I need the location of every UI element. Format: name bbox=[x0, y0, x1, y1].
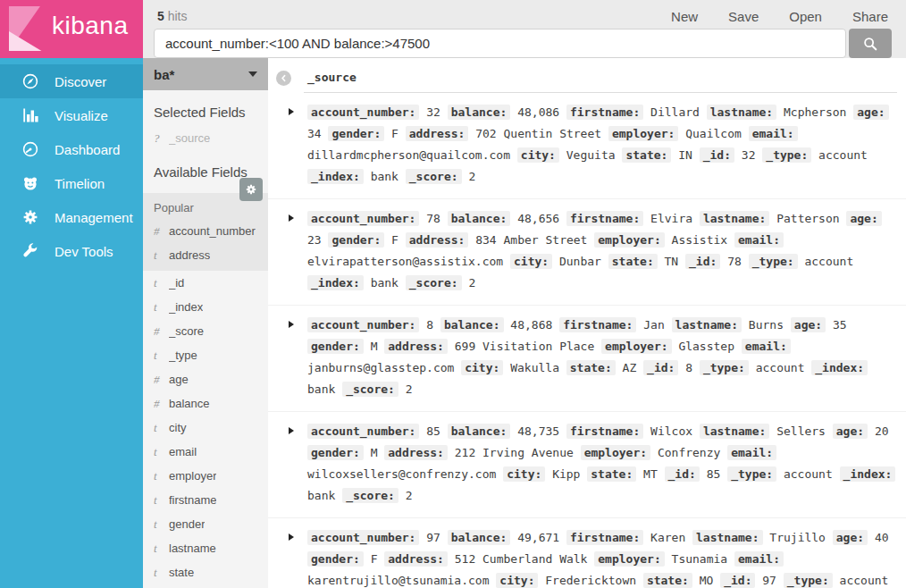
field-chip: gender: bbox=[307, 551, 364, 567]
field-type-icon: t bbox=[154, 517, 169, 532]
share-button[interactable]: Share bbox=[852, 9, 888, 24]
open-button[interactable]: Open bbox=[789, 9, 822, 24]
expand-caret-icon[interactable] bbox=[289, 321, 294, 328]
index-pattern-selector[interactable]: ba* bbox=[143, 58, 268, 90]
field-email[interactable]: t email bbox=[143, 440, 268, 464]
expand-caret-icon[interactable] bbox=[289, 533, 294, 541]
collapse-sidebar-button[interactable] bbox=[276, 71, 291, 86]
field-chip: _score: bbox=[342, 382, 398, 397]
field-chip: firstname: bbox=[566, 211, 643, 226]
field-value: Dunbar bbox=[559, 255, 601, 268]
field-chip: city: bbox=[510, 254, 552, 269]
field-type-icon: t bbox=[154, 300, 169, 315]
field-chip: _type: bbox=[700, 360, 749, 375]
field-_index[interactable]: t _index bbox=[143, 295, 268, 319]
field-chip: state: bbox=[643, 573, 692, 588]
field-address[interactable]: t address bbox=[143, 243, 268, 267]
field-value: 2 bbox=[468, 276, 475, 290]
popular-fields-section: Popular # account_number t address bbox=[143, 193, 268, 271]
field-name-label: lastname bbox=[169, 542, 216, 555]
sidebar-item-dev-tools[interactable]: Dev Tools bbox=[0, 234, 143, 268]
field-lastname[interactable]: t lastname bbox=[143, 536, 268, 560]
field-chip: account_number: bbox=[307, 530, 419, 545]
field-gender[interactable]: t gender bbox=[143, 512, 268, 536]
document-row: account_number: 8 balance: 48,868 firstn… bbox=[268, 306, 906, 412]
field-chip: address: bbox=[384, 445, 448, 460]
field-name-label: email bbox=[169, 445, 197, 458]
field-type-icon: t bbox=[154, 566, 169, 580]
new-button[interactable]: New bbox=[671, 9, 698, 24]
field-chip: gender: bbox=[307, 339, 364, 354]
field-chip: employer: bbox=[594, 232, 664, 248]
field-value: 78 bbox=[727, 255, 742, 268]
field-value: AZ bbox=[623, 361, 637, 374]
sidebar-item-visualize[interactable]: Visualize bbox=[0, 98, 143, 132]
results-panel: _source account_number: 32 balance: 48,0… bbox=[268, 58, 906, 588]
sidebar-item-dashboard[interactable]: Dashboard bbox=[0, 132, 143, 166]
field-value: 48,656 bbox=[517, 212, 559, 225]
document-row: account_number: 32 balance: 48,086 first… bbox=[268, 93, 906, 199]
field-chip: account_number: bbox=[307, 317, 419, 332]
field-settings-button[interactable] bbox=[239, 178, 263, 201]
field-value: 32 bbox=[742, 148, 756, 162]
field-value: 40 bbox=[875, 531, 889, 544]
field-chip: _id: bbox=[665, 466, 700, 482]
field-chip: gender: bbox=[307, 445, 364, 460]
field-chip: lastname: bbox=[672, 317, 742, 332]
field-name-label: city bbox=[169, 421, 187, 434]
field-chip: city: bbox=[461, 360, 503, 375]
expand-caret-icon[interactable] bbox=[289, 427, 294, 434]
search-button[interactable] bbox=[849, 29, 892, 58]
field-firstname[interactable]: t firstname bbox=[143, 488, 268, 512]
field-chip: lastname: bbox=[700, 211, 769, 226]
field-chip: age: bbox=[791, 317, 826, 332]
field-chip: lastname: bbox=[692, 530, 762, 545]
field-chip: address: bbox=[406, 232, 469, 248]
field-value: Mcpherson bbox=[784, 105, 846, 119]
field-_score[interactable]: # _score bbox=[143, 319, 268, 343]
search-input[interactable] bbox=[154, 29, 846, 58]
field-name-label: address bbox=[169, 248, 210, 262]
field-chip: _index: bbox=[840, 466, 896, 482]
field-_type[interactable]: t _type bbox=[143, 343, 268, 367]
sidebar-item-timelion[interactable]: Timelion bbox=[0, 166, 143, 200]
field-chip: _score: bbox=[406, 275, 462, 290]
field-chip: _index: bbox=[307, 275, 364, 290]
field-value: bank bbox=[371, 276, 398, 290]
field-value: 49,671 bbox=[517, 531, 559, 544]
field-balance[interactable]: # balance bbox=[143, 391, 268, 416]
field-value: account bbox=[804, 255, 853, 268]
compass-icon bbox=[21, 72, 39, 90]
field-type-icon: # bbox=[154, 373, 169, 387]
field-_source[interactable]: ? _source bbox=[143, 126, 268, 150]
field-value: 2 bbox=[406, 382, 413, 396]
field-chip: _id: bbox=[643, 360, 678, 375]
field-chip: _index: bbox=[811, 360, 868, 375]
save-button[interactable]: Save bbox=[728, 9, 759, 24]
field-value: Glasstep bbox=[678, 340, 734, 353]
field-account_number[interactable]: # account_number bbox=[143, 219, 268, 243]
sidebar-item-management[interactable]: Management bbox=[0, 200, 143, 234]
field-name-label: _source bbox=[169, 131, 210, 145]
field-type-icon: t bbox=[154, 542, 169, 556]
field-chip: account_number: bbox=[307, 211, 419, 226]
field-value: 97 bbox=[426, 531, 440, 544]
field-employer[interactable]: t employer bbox=[143, 464, 268, 488]
field-state[interactable]: t state bbox=[143, 560, 268, 584]
document-row: account_number: 85 balance: 48,735 first… bbox=[268, 412, 906, 518]
expand-caret-icon[interactable] bbox=[289, 108, 294, 115]
field-value: dillardmcpherson@quailcom.com bbox=[307, 148, 510, 162]
wrench-icon bbox=[21, 242, 39, 260]
field-_id[interactable]: t _id bbox=[143, 271, 268, 295]
field-age[interactable]: # age bbox=[143, 367, 268, 391]
field-city[interactable]: t city bbox=[143, 416, 268, 440]
field-chip: address: bbox=[384, 339, 448, 354]
expand-caret-icon[interactable] bbox=[289, 214, 294, 222]
timelion-icon bbox=[21, 174, 39, 192]
field-chip: _score: bbox=[406, 169, 462, 184]
field-value: Wilcox bbox=[650, 424, 692, 438]
field-value: wilcoxsellers@confrenzy.com bbox=[307, 467, 496, 481]
sidebar-item-discover[interactable]: Discover bbox=[0, 64, 143, 98]
field-chip: _index: bbox=[307, 169, 364, 184]
field-chip: email: bbox=[734, 232, 784, 248]
